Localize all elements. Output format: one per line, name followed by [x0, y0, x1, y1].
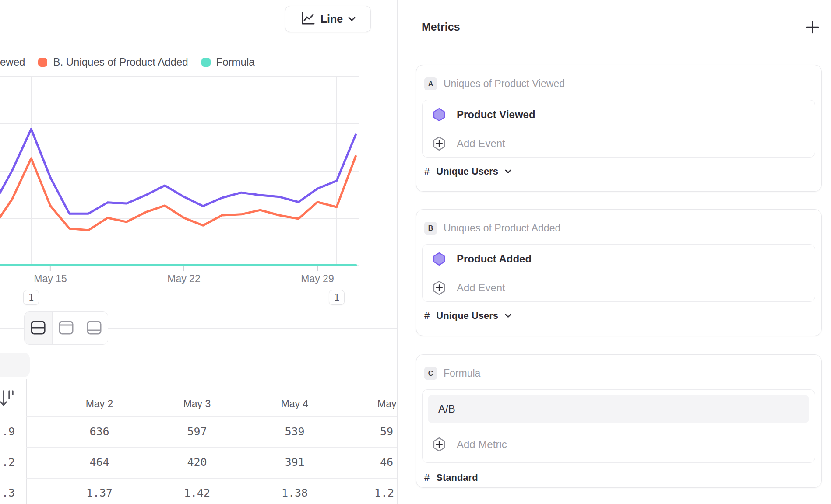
add-metric-row[interactable]: Add Metric [423, 430, 815, 459]
chart-legend: ewed B. Uniques of Product Added Formula [0, 55, 255, 69]
add-metric-label: Add Metric [457, 438, 507, 451]
chevron-down-icon [505, 168, 511, 175]
add-metric-plus-button[interactable] [805, 20, 820, 35]
table-cell: 1.42 [148, 478, 246, 504]
split-view-icon [30, 320, 46, 337]
chart-type-selector[interactable]: Line [285, 6, 371, 32]
chevron-down-icon [505, 312, 511, 320]
x-axis-label-may15: May 15 [24, 273, 77, 286]
table-cell: 464 [51, 447, 148, 478]
add-event-label: Add Event [457, 137, 505, 150]
annotation-badge-2[interactable]: 1 [329, 290, 345, 305]
table-view-button[interactable] [80, 312, 108, 344]
legend-swatch-orange [38, 58, 47, 67]
event-row-product-added[interactable]: Product Added [423, 245, 815, 273]
metric-card-b: B Uniques of Product Added Product Added… [416, 209, 822, 336]
event-list: Product Viewed Add Event [422, 100, 815, 158]
add-event-row[interactable]: Add Event [423, 273, 815, 302]
metric-letter-badge: B [424, 222, 437, 234]
sort-descending-icon[interactable] [0, 389, 15, 410]
table-cell: 1.38 [246, 478, 343, 504]
table-header-may3[interactable]: May 3 [148, 395, 246, 413]
table-cell-fragment: .2 [0, 447, 15, 478]
event-hexagon-icon [432, 252, 446, 266]
x-axis-label-may22: May 22 [158, 273, 210, 286]
hash-icon: # [424, 472, 430, 483]
metric-card-a: A Uniques of Product Viewed Product View… [416, 65, 822, 192]
event-list: Product Added Add Event [422, 244, 815, 302]
legend-item-b[interactable]: B. Uniques of Product Added [38, 56, 188, 68]
metric-letter-badge: A [424, 77, 437, 90]
measurement-selector[interactable]: # Unique Users [424, 166, 511, 177]
line-chart-icon [300, 12, 315, 27]
table-header-clipped[interactable]: May [377, 395, 404, 413]
table-cell-fragment: .3 [0, 478, 15, 504]
panel-divider [397, 0, 398, 504]
legend-item-a-truncated[interactable]: ewed [0, 56, 25, 68]
formula-block: A/B Add Metric [422, 389, 815, 463]
metric-letter-badge: C [424, 367, 437, 380]
metrics-panel-title: Metrics [422, 21, 460, 33]
table-header-may4[interactable]: May 4 [246, 395, 343, 413]
chevron-down-icon [348, 15, 356, 23]
table-cell: 636 [51, 416, 148, 447]
measurement-selector[interactable]: # Standard [424, 472, 478, 483]
insights-report-screen: Line ewed B. Uniques of Product Added Fo… [0, 0, 831, 504]
metric-card-title: Formula [444, 367, 480, 380]
metric-card-title: Uniques of Product Added [444, 222, 560, 234]
add-event-hexagon-plus-icon [432, 280, 446, 295]
event-row-product-viewed[interactable]: Product Viewed [423, 100, 815, 129]
x-axis-label-may29: May 29 [291, 273, 344, 286]
event-name: Product Added [457, 253, 532, 265]
metric-card-c: C Formula A/B Add Metric # Standard [416, 354, 822, 488]
table-cell: 1.37 [51, 478, 148, 504]
table-view-icon [86, 320, 102, 337]
event-hexagon-icon [432, 108, 446, 122]
view-layout-toggle [24, 312, 108, 345]
event-name: Product Viewed [457, 108, 535, 121]
table-cell: 391 [246, 447, 343, 478]
legend-swatch-teal [201, 58, 211, 67]
legend-item-formula[interactable]: Formula [201, 56, 255, 68]
formula-text: A/B [438, 403, 455, 415]
add-event-hexagon-plus-icon [432, 136, 446, 151]
table-cell: 539 [246, 416, 343, 447]
measurement-selector[interactable]: # Unique Users [424, 310, 511, 322]
table-header-may2[interactable]: May 2 [51, 395, 148, 413]
add-event-row[interactable]: Add Event [423, 129, 815, 158]
line-chart-canvas [0, 70, 398, 298]
add-event-label: Add Event [457, 282, 505, 294]
formula-input[interactable]: A/B [428, 395, 809, 423]
chart-type-label: Line [320, 13, 343, 25]
table-cell-fragment: 1.2 [374, 478, 409, 504]
table-corner-tab[interactable] [0, 353, 30, 377]
split-view-button[interactable] [25, 312, 53, 344]
chart-view-button[interactable] [53, 312, 81, 344]
plus-icon [806, 29, 820, 35]
add-metric-hexagon-plus-icon [432, 437, 446, 452]
table-cell: 420 [148, 447, 246, 478]
metric-card-title: Uniques of Product Viewed [444, 77, 565, 90]
chart-view-icon [58, 320, 74, 337]
annotation-badge-1[interactable]: 1 [23, 290, 39, 305]
hash-icon: # [424, 310, 430, 322]
table-cell: 597 [148, 416, 246, 447]
table-column-divider [26, 379, 27, 504]
table-cell-fragment: .9 [0, 416, 15, 447]
hash-icon: # [424, 166, 430, 177]
